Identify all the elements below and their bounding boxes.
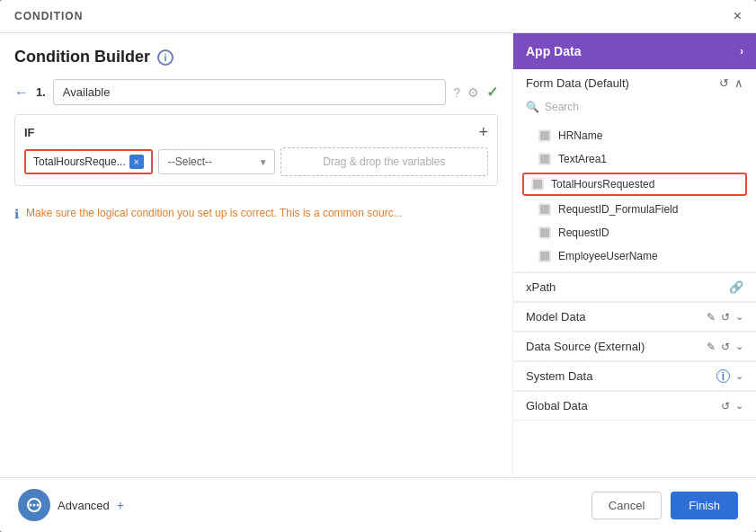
- var-icon-hrname: [538, 129, 551, 142]
- variable-item-textarea1[interactable]: TextArea1: [513, 147, 756, 171]
- xpath-actions: 🔗: [729, 280, 743, 294]
- form-data-collapse-icon[interactable]: ∧: [734, 76, 743, 90]
- system-data-info-icon[interactable]: i: [716, 369, 730, 383]
- form-data-actions: ↺ ∧: [719, 76, 743, 90]
- info-message-area: ℹ Make sure the logical condition you se…: [14, 206, 498, 221]
- variable-item-employeeusername[interactable]: EmployeeUserName: [513, 244, 756, 268]
- svg-rect-3: [540, 205, 549, 214]
- add-condition-button[interactable]: +: [478, 124, 488, 140]
- advanced-plus-icon[interactable]: +: [117, 498, 124, 512]
- svg-rect-4: [540, 228, 549, 237]
- global-data-chevron-icon[interactable]: ⌄: [735, 400, 743, 412]
- model-data-label: Model Data: [526, 310, 585, 324]
- modal-header: CONDITION ×: [0, 0, 756, 33]
- variable-name-requestid-formula: RequestID_FormulaField: [558, 203, 678, 216]
- var-icon-totalhours: [531, 178, 544, 191]
- variable-name-employeeusername: EmployeeUserName: [558, 250, 658, 262]
- model-data-section[interactable]: Model Data ✎ ↺ ⌄: [513, 302, 756, 332]
- condition-name-input[interactable]: [53, 79, 446, 105]
- modal-title: CONDITION: [14, 10, 83, 22]
- drop-zone[interactable]: Drag & drop the variables: [280, 147, 488, 176]
- xpath-section[interactable]: xPath 🔗: [513, 272, 756, 302]
- check-icon[interactable]: ✓: [486, 84, 498, 101]
- left-panel: Condition Builder i ← 1. ? ⚙ ✓ IF +: [0, 33, 513, 477]
- condition-builder-heading: Condition Builder: [14, 48, 150, 66]
- advanced-icon-button[interactable]: [18, 489, 50, 521]
- variable-name-totalhours: TotalHoursRequested: [551, 178, 654, 191]
- settings-icon[interactable]: ⚙: [467, 85, 479, 100]
- variable-chip-text: TotalHoursReque...: [33, 155, 126, 168]
- condition-number: 1.: [36, 85, 46, 99]
- search-input[interactable]: [545, 101, 743, 113]
- svg-point-7: [30, 504, 32, 507]
- global-data-section[interactable]: Global Data ↺ ⌄: [513, 391, 756, 421]
- system-data-label: System Data: [526, 369, 592, 383]
- data-source-actions: ✎ ↺ ⌄: [707, 341, 743, 353]
- global-data-refresh-icon[interactable]: ↺: [721, 400, 730, 412]
- model-data-chevron-icon[interactable]: ⌄: [735, 311, 743, 323]
- condition-builder-title-area: Condition Builder i: [14, 48, 498, 66]
- search-box: 🔍: [513, 97, 756, 120]
- right-panel: App Data › Form Data (Default) ↺ ∧ 🔍: [513, 33, 756, 477]
- xpath-label: xPath: [526, 280, 556, 294]
- app-data-header: App Data ›: [513, 33, 756, 69]
- app-data-label: App Data: [526, 44, 581, 58]
- condition-builder-info-icon[interactable]: i: [157, 49, 173, 66]
- data-source-edit-icon[interactable]: ✎: [707, 341, 716, 353]
- operator-select[interactable]: --Select--: [158, 149, 275, 174]
- condition-inputs: TotalHoursReque... × --Select-- ▼ Drag &…: [24, 147, 488, 176]
- chip-close-button[interactable]: ×: [129, 155, 144, 169]
- app-data-chevron-icon[interactable]: ›: [740, 45, 743, 58]
- svg-rect-2: [533, 180, 542, 189]
- data-source-chevron-icon[interactable]: ⌄: [735, 341, 743, 352]
- variable-item-hrname[interactable]: HRName: [513, 124, 756, 147]
- variable-item-totalhours[interactable]: TotalHoursRequested: [522, 173, 747, 196]
- if-header: IF +: [24, 124, 488, 140]
- variable-name-hrname: HRName: [558, 129, 602, 142]
- svg-point-8: [33, 504, 36, 507]
- advanced-section: Advanced +: [18, 489, 124, 521]
- search-icon: 🔍: [526, 101, 539, 113]
- global-data-actions: ↺ ⌄: [721, 400, 743, 412]
- form-data-refresh-icon[interactable]: ↺: [719, 76, 729, 90]
- modal: CONDITION × Condition Builder i ← 1. ? ⚙…: [0, 0, 756, 532]
- svg-rect-0: [540, 131, 549, 140]
- condition-row: ← 1. ? ⚙ ✓: [14, 79, 498, 105]
- variable-item-requestid-formula[interactable]: RequestID_FormulaField: [513, 198, 756, 221]
- system-data-chevron-icon[interactable]: ⌄: [735, 370, 743, 382]
- variable-name-textarea1: TextArea1: [558, 153, 607, 165]
- model-data-edit-icon[interactable]: ✎: [707, 311, 716, 324]
- modal-close-button[interactable]: ×: [734, 9, 742, 23]
- data-source-label: Data Source (External): [526, 340, 645, 353]
- xpath-link-icon[interactable]: 🔗: [729, 280, 743, 294]
- modal-footer: Advanced + Cancel Finish: [0, 477, 756, 532]
- form-data-label: Form Data (Default): [526, 76, 629, 90]
- modal-body: Condition Builder i ← 1. ? ⚙ ✓ IF +: [0, 33, 756, 477]
- cancel-button[interactable]: Cancel: [591, 492, 662, 519]
- form-data-header: Form Data (Default) ↺ ∧: [513, 69, 756, 97]
- footer-buttons: Cancel Finish: [591, 492, 738, 519]
- var-icon-requestid: [538, 226, 551, 239]
- advanced-label: Advanced: [58, 499, 110, 512]
- variable-chip: TotalHoursReque... ×: [24, 149, 153, 174]
- system-data-section[interactable]: System Data i ⌄: [513, 361, 756, 391]
- select-wrapper: --Select-- ▼: [158, 149, 275, 174]
- variable-name-requestid: RequestID: [558, 226, 609, 239]
- data-source-section[interactable]: Data Source (External) ✎ ↺ ⌄: [513, 332, 756, 361]
- svg-point-9: [37, 504, 40, 507]
- back-arrow-button[interactable]: ←: [14, 84, 29, 101]
- finish-button[interactable]: Finish: [671, 492, 738, 519]
- variable-item-requestid[interactable]: RequestID: [513, 221, 756, 244]
- system-data-actions: i ⌄: [716, 369, 743, 383]
- var-icon-requestid-formula: [538, 203, 551, 216]
- svg-rect-1: [540, 155, 549, 164]
- svg-rect-5: [540, 252, 549, 261]
- modal-overlay: CONDITION × Condition Builder i ← 1. ? ⚙…: [0, 0, 756, 532]
- var-icon-textarea1: [538, 153, 551, 165]
- data-source-refresh-icon[interactable]: ↺: [721, 341, 730, 353]
- variables-list: HRName TextArea1 TotalHour: [513, 120, 756, 271]
- question-icon[interactable]: ?: [453, 85, 460, 100]
- if-section: IF + TotalHoursReque... × --Select-- ▼: [14, 114, 498, 186]
- info-message-text: Make sure the logical condition you set …: [26, 206, 403, 221]
- model-data-refresh-icon[interactable]: ↺: [721, 311, 730, 324]
